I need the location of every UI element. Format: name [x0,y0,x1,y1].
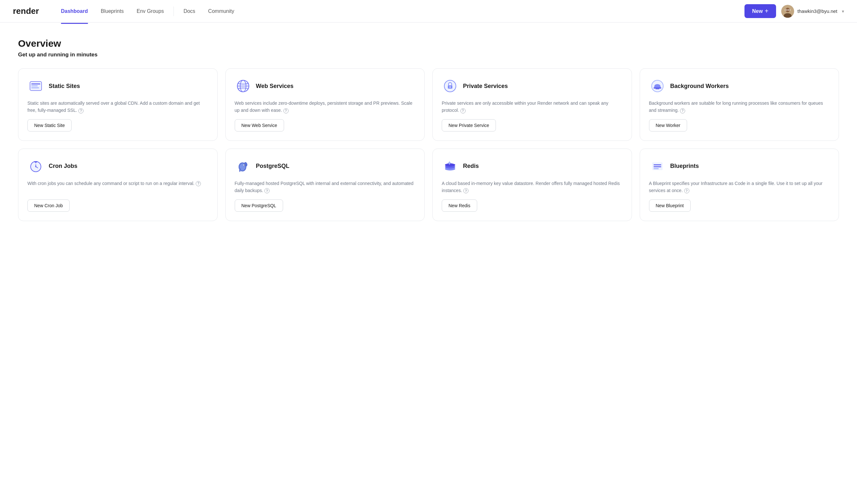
nav-community[interactable]: Community [202,6,241,17]
card-private-services: Private Services Private services are on… [432,68,632,141]
new-cron-job-button[interactable]: New Cron Job [28,199,70,212]
avatar [781,5,794,18]
svg-point-32 [445,163,455,167]
svg-rect-24 [34,161,37,162]
card-redis-header: Redis [442,158,623,175]
new-blueprint-button[interactable]: New Blueprint [649,199,691,212]
card-blueprints-header: Blueprints [649,158,830,175]
new-web-service-button[interactable]: New Web Service [235,119,284,132]
brand-logo: render [13,6,39,16]
new-static-site-button[interactable]: New Static Site [28,119,71,132]
info-icon: ? [264,188,270,193]
cron-jobs-desc: With cron jobs you can schedule any comm… [28,180,208,194]
info-icon: ? [680,108,685,114]
svg-rect-17 [654,87,661,89]
postgresql-title: PostgreSQL [256,163,289,170]
redis-desc: A cloud based in-memory key value datast… [442,180,623,194]
blueprints-icon [649,158,666,175]
page-subtitle: Get up and running in minutes [18,52,839,58]
info-icon: ? [463,188,469,193]
card-web-services: Web Services Web services include zero-d… [225,68,425,141]
info-icon: ? [78,108,84,114]
nav-links: Dashboard Blueprints Env Groups Docs Com… [54,6,241,17]
new-redis-button[interactable]: New Redis [442,199,477,212]
nav-env-groups[interactable]: Env Groups [130,6,170,17]
card-blueprints: Blueprints A Blueprint specifies your In… [640,149,839,221]
web-services-icon [235,78,252,94]
static-sites-title: Static Sites [49,83,80,90]
static-sites-desc: Static sites are automatically served ov… [28,100,208,114]
static-sites-icon [28,78,44,94]
private-services-title: Private Services [463,83,508,90]
navbar: render Dashboard Blueprints Env Groups D… [0,0,857,22]
redis-icon [442,158,458,175]
info-icon: ? [460,108,466,114]
blueprints-title: Blueprints [670,163,699,170]
new-private-service-button[interactable]: New Private Service [442,119,496,132]
card-static-sites-header: Static Sites [28,78,208,94]
svg-rect-18 [655,89,659,89]
user-email: thawkin3@byu.net [797,8,837,14]
new-postgresql-button[interactable]: New PostgreSQL [235,199,283,212]
background-workers-desc: Background workers are suitable for long… [649,100,830,114]
svg-rect-34 [654,164,661,165]
redis-title: Redis [463,163,479,170]
nav-docs[interactable]: Docs [177,6,202,17]
avatar-image [781,5,794,18]
card-web-services-header: Web Services [235,78,416,94]
page-title: Overview [18,38,839,49]
svg-point-29 [244,165,245,165]
background-workers-title: Background Workers [670,83,729,90]
svg-point-23 [35,166,36,167]
background-workers-icon [649,78,666,94]
new-worker-button[interactable]: New Worker [649,119,687,132]
card-background-workers-header: Background Workers [649,78,830,94]
card-postgresql-header: PostgreSQL [235,158,416,175]
cron-jobs-title: Cron Jobs [49,163,78,170]
postgresql-desc: Fully-managed hosted PostgreSQL with int… [235,180,416,194]
new-button[interactable]: New + [744,4,776,18]
nav-blueprints[interactable]: Blueprints [95,6,130,17]
info-icon: ? [283,108,289,114]
card-background-workers: Background Workers Background workers ar… [640,68,839,141]
nav-right: New + thawkin3@byu.net ▾ [744,4,844,18]
private-services-desc: Private services are only accessible wit… [442,100,623,114]
chevron-down-icon: ▾ [842,9,844,14]
svg-rect-36 [654,168,659,169]
card-cron-jobs-header: Cron Jobs [28,158,208,175]
plus-icon: + [765,7,769,15]
user-menu[interactable]: thawkin3@byu.net ▾ [781,5,844,18]
blueprints-desc: A Blueprint specifies your Infrastructur… [649,180,830,194]
card-private-services-header: Private Services [442,78,623,94]
card-redis: Redis A cloud based in-memory key value … [432,149,632,221]
card-static-sites: Static Sites Static sites are automatica… [18,68,218,141]
svg-point-15 [450,86,451,88]
svg-rect-8 [31,85,38,86]
service-cards-grid: Static Sites Static sites are automatica… [18,68,839,221]
postgresql-icon [235,158,252,175]
svg-rect-7 [31,84,40,84]
private-services-icon [442,78,458,94]
web-services-title: Web Services [256,83,294,90]
card-cron-jobs: Cron Jobs With cron jobs you can schedul… [18,149,218,221]
card-postgresql: PostgreSQL Fully-managed hosted PostgreS… [225,149,425,221]
nav-dashboard[interactable]: Dashboard [54,6,95,17]
info-icon: ? [684,188,689,193]
web-services-desc: Web services include zero-downtime deplo… [235,100,416,114]
nav-divider [173,6,174,16]
cron-jobs-icon [28,158,44,175]
main-content: Overview Get up and running in minutes S… [0,22,857,237]
svg-rect-9 [31,87,39,88]
svg-rect-35 [654,166,661,167]
info-icon: ? [196,181,201,186]
